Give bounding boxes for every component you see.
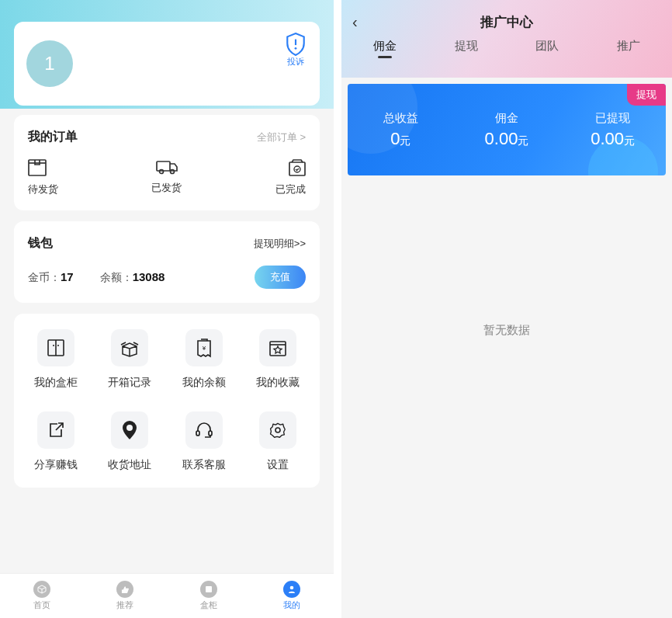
headset-icon bbox=[195, 421, 213, 439]
order-label: 已发货 bbox=[151, 181, 182, 195]
tab-team[interactable]: 团队 bbox=[507, 39, 588, 61]
package-check-icon bbox=[289, 159, 306, 176]
grid-contact-service[interactable]: 联系客服 bbox=[167, 411, 241, 472]
svg-rect-2 bbox=[29, 160, 46, 175]
avatar[interactable]: 1 bbox=[26, 40, 73, 87]
coin-display: 金币：17 bbox=[28, 270, 74, 285]
grid-unbox-log[interactable]: 开箱记录 bbox=[93, 329, 168, 390]
grid-my-balance[interactable]: ¥ 我的余额 bbox=[167, 329, 241, 390]
svg-point-19 bbox=[290, 586, 294, 590]
tab-promote[interactable]: 推广 bbox=[588, 39, 670, 61]
menu-grid: 我的盒柜 开箱记录 ¥ 我的余额 我的收藏 分享赚钱 收货地址 bbox=[14, 314, 320, 488]
svg-point-11 bbox=[57, 345, 59, 346]
empty-state: 暂无数据 bbox=[341, 323, 672, 338]
order-label: 待发货 bbox=[28, 182, 58, 196]
grid-settings[interactable]: 设置 bbox=[241, 411, 316, 472]
profile-screen: 1 投诉 我的订单 全部订单 > 待发货 已发货 bbox=[0, 0, 334, 618]
all-orders-link[interactable]: 全部订单 > bbox=[257, 130, 306, 144]
promo-tabs: 佣金 提现 团队 推广 bbox=[341, 39, 672, 61]
bottom-tabbar: 首页 推荐 盒柜 我的 bbox=[0, 573, 334, 618]
svg-point-5 bbox=[170, 170, 174, 174]
tab-withdraw[interactable]: 提现 bbox=[426, 39, 507, 61]
svg-point-7 bbox=[294, 166, 300, 172]
gear-icon bbox=[268, 421, 287, 439]
box-icon bbox=[28, 159, 47, 176]
grid-my-cabinet[interactable]: 我的盒柜 bbox=[19, 329, 93, 390]
stat-total: 总收益 0元 bbox=[348, 111, 454, 149]
order-pending[interactable]: 待发货 bbox=[28, 159, 120, 196]
tab-commission[interactable]: 佣金 bbox=[345, 39, 426, 61]
location-icon bbox=[122, 420, 137, 440]
profile-card: 1 投诉 bbox=[14, 22, 320, 106]
svg-rect-3 bbox=[157, 161, 170, 171]
withdraw-detail-link[interactable]: 提现明细>> bbox=[254, 237, 306, 251]
order-complete[interactable]: 已完成 bbox=[213, 159, 306, 196]
balance-display: 余额：13088 bbox=[100, 270, 165, 285]
svg-rect-6 bbox=[289, 162, 305, 175]
stat-commission: 佣金 0.00元 bbox=[454, 111, 560, 149]
unbox-icon bbox=[120, 339, 140, 357]
svg-point-4 bbox=[159, 170, 163, 174]
grid-share-earn[interactable]: 分享赚钱 bbox=[19, 411, 93, 472]
receipt-icon: ¥ bbox=[196, 338, 213, 358]
promo-screen: ‹ 推广中心 佣金 提现 团队 推广 提现 总收益 0元 佣金 0.00元 已提… bbox=[341, 0, 672, 618]
share-icon bbox=[47, 421, 65, 439]
cube-icon bbox=[33, 581, 50, 598]
svg-rect-13 bbox=[270, 342, 286, 356]
wallet-card: 钱包 提现明细>> 金币：17 余额：13088 充值 bbox=[14, 221, 320, 303]
order-label: 已完成 bbox=[275, 182, 306, 196]
star-box-icon bbox=[268, 339, 287, 357]
order-shipped[interactable]: 已发货 bbox=[120, 159, 213, 196]
complaint-button[interactable]: 投诉 bbox=[286, 33, 306, 68]
tab-mine[interactable]: 我的 bbox=[251, 574, 334, 618]
grid-my-favorites[interactable]: 我的收藏 bbox=[241, 329, 316, 390]
page-title: 推广中心 bbox=[341, 13, 672, 31]
truck-icon bbox=[156, 159, 178, 175]
svg-point-1 bbox=[295, 47, 297, 50]
orders-card: 我的订单 全部订单 > 待发货 已发货 已完成 bbox=[14, 115, 320, 210]
shield-alert-icon bbox=[286, 33, 306, 56]
grid-address[interactable]: 收货地址 bbox=[93, 411, 168, 472]
svg-text:¥: ¥ bbox=[202, 345, 206, 352]
thumb-icon bbox=[116, 581, 133, 598]
tab-cabinet[interactable]: 盒柜 bbox=[167, 574, 251, 618]
user-icon bbox=[283, 581, 300, 598]
orders-title: 我的订单 bbox=[28, 129, 78, 145]
wallet-title: 钱包 bbox=[28, 235, 53, 252]
earnings-banner: 提现 总收益 0元 佣金 0.00元 已提现 0.00元 bbox=[348, 84, 666, 175]
svg-rect-18 bbox=[206, 586, 212, 592]
withdraw-button[interactable]: 提现 bbox=[627, 84, 666, 106]
svg-point-14 bbox=[126, 425, 133, 431]
promo-header: ‹ 推广中心 佣金 提现 团队 推广 bbox=[341, 0, 672, 78]
tab-home[interactable]: 首页 bbox=[0, 574, 84, 618]
tab-recommend[interactable]: 推荐 bbox=[84, 574, 168, 618]
box-solid-icon bbox=[200, 581, 217, 598]
stat-withdrawn: 已提现 0.00元 bbox=[559, 111, 666, 149]
svg-point-10 bbox=[53, 345, 54, 346]
complaint-label: 投诉 bbox=[287, 56, 304, 68]
cabinet-icon bbox=[47, 339, 65, 357]
svg-point-17 bbox=[275, 428, 280, 432]
recharge-button[interactable]: 充值 bbox=[255, 266, 306, 289]
